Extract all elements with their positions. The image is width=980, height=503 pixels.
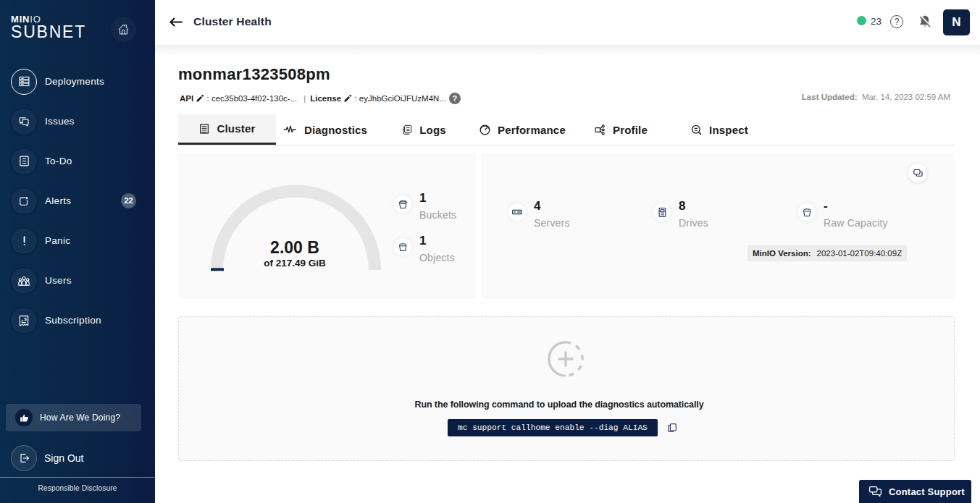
svg-text:$: $ [25, 316, 28, 321]
